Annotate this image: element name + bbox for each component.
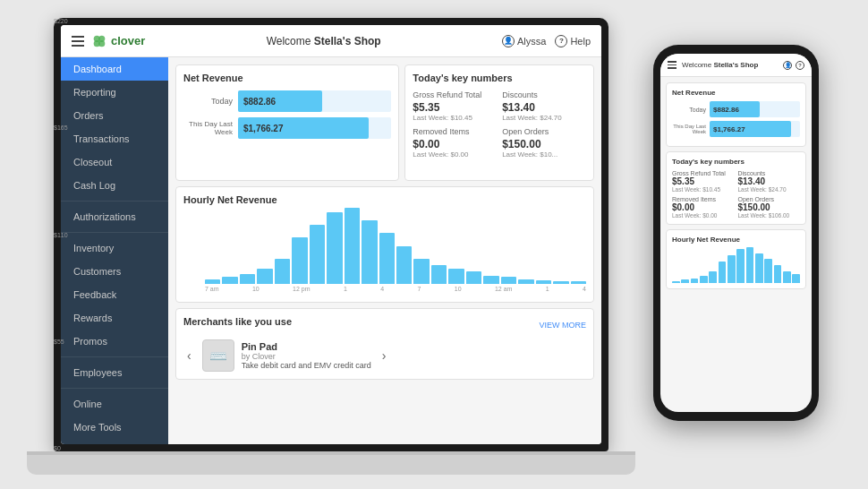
chart-x-labels: 7 am1012 pm1471012 am14 <box>205 286 586 292</box>
sidebar-item-promos[interactable]: Promos <box>61 330 168 353</box>
phone-chart-bar <box>792 274 800 283</box>
main-content: Dashboard Reporting Orders Transactions … <box>61 57 601 444</box>
phone-today-label: Today <box>672 107 706 113</box>
x-label: 1 <box>546 286 549 292</box>
sidebar-item-transactions[interactable]: Transactions <box>61 127 168 150</box>
laptop-screen-outer: clover Welcome Stella's Shop 👤 Alyssa ? … <box>54 18 608 451</box>
phone-chart-bar <box>719 262 727 283</box>
phone-lastweek-value: $1,766.27 <box>713 125 745 133</box>
phone-content: Net Revenue Today $882.86 This Day Last … <box>660 77 812 412</box>
phone-help-icon[interactable]: ? <box>796 61 804 70</box>
logo-text: clover <box>111 34 145 47</box>
phone-open-orders-label: Open Orders <box>738 196 801 202</box>
phone-outer: Welcome Stella's Shop 👤 ? Net Revenue To… <box>653 45 819 421</box>
phone-key-grid: Gross Refund Total $5.35 Last Week: $10.… <box>672 170 800 219</box>
user-label: Alyssa <box>517 36 546 47</box>
phone-chart-bar <box>755 253 763 283</box>
phone-hamburger-icon[interactable] <box>668 61 677 69</box>
chart-bar <box>466 271 481 284</box>
sidebar-item-closeout[interactable]: Closeout <box>61 150 168 174</box>
shop-name: Stella's Shop <box>314 35 381 47</box>
laptop: clover Welcome Stella's Shop 👤 Alyssa ? … <box>27 18 635 475</box>
phone: Welcome Stella's Shop 👤 ? Net Revenue To… <box>653 45 819 421</box>
lastweek-label: This Day Last Week <box>183 120 233 136</box>
phone-screen: Welcome Stella's Shop 👤 ? Net Revenue To… <box>660 54 812 412</box>
chart-bar <box>553 281 568 284</box>
help-label: Help <box>570 36 591 47</box>
phone-lastweek-bar: $1,766.27 <box>710 121 800 137</box>
phone-today-bar: $882.86 <box>710 101 800 117</box>
sidebar-item-reporting[interactable]: Reporting <box>61 81 168 104</box>
sidebar-item-moretools[interactable]: More Tools <box>61 416 168 439</box>
phone-user-icon[interactable]: 👤 <box>783 61 792 70</box>
sidebar-item-inventory[interactable]: Inventory <box>61 236 168 260</box>
x-label: 12 pm <box>293 286 310 292</box>
phone-chart-bars <box>672 247 800 283</box>
phone-gross-label: Gross Refund Total <box>672 170 735 176</box>
removed-label: Removed Items <box>413 127 497 136</box>
chart-bar <box>292 237 307 284</box>
discounts-value: $13.40 <box>502 101 586 114</box>
welcome-prefix: Welcome <box>267 35 314 47</box>
sidebar-item-orders[interactable]: Orders <box>61 104 168 127</box>
x-label: 7 am <box>205 286 219 292</box>
x-label: 10 <box>252 286 260 292</box>
key-number-open-orders: Open Orders $150.00 Last Week: $10... <box>502 127 586 159</box>
sidebar-item-cashlog[interactable]: Cash Log <box>61 174 168 197</box>
phone-chart-bar <box>783 271 791 283</box>
chart-bar <box>448 269 464 284</box>
discounts-last: Last Week: $24.70 <box>502 114 586 122</box>
scene: clover Welcome Stella's Shop 👤 Alyssa ? … <box>0 0 868 489</box>
phone-net-revenue-title: Net Revenue <box>672 89 800 97</box>
today-bar: $882.86 <box>238 90 391 112</box>
today-bar-row: Today $882.86 <box>183 90 391 112</box>
prev-merchant-button[interactable]: ‹ <box>183 348 195 363</box>
help-button[interactable]: ? Help <box>555 35 591 47</box>
user-button[interactable]: 👤 Alyssa <box>502 35 546 47</box>
phone-chart-bar <box>709 271 717 283</box>
key-numbers-grid: Gross Refund Total $5.35 Last Week: $10.… <box>413 90 586 159</box>
hamburger-icon[interactable] <box>72 36 84 47</box>
chart-bar <box>501 277 516 284</box>
sidebar: Dashboard Reporting Orders Transactions … <box>61 57 168 444</box>
phone-removed-last: Last Week: $0.00 <box>672 212 735 219</box>
chart-bar <box>275 259 290 284</box>
merchant-info: Pin Pad by Clover Take debit card and EM… <box>242 341 371 370</box>
key-number-discounts: Discounts $13.40 Last Week: $24.70 <box>502 90 586 122</box>
chart-bar <box>413 259 429 284</box>
sidebar-item-authorizations[interactable]: Authorizations <box>61 205 168 228</box>
phone-chart-bar <box>681 279 689 283</box>
net-revenue-widget: Net Revenue Today $882.86 This Day <box>175 64 399 181</box>
sidebar-item-employees[interactable]: Employees <box>61 361 168 384</box>
sidebar-item-feedback[interactable]: Feedback <box>61 283 168 306</box>
merchant-by: by Clover <box>242 352 371 361</box>
x-label: 10 <box>455 286 462 292</box>
content-area: Net Revenue Today $882.86 This Day <box>168 57 601 444</box>
phone-discounts-value: $13.40 <box>738 176 801 186</box>
chart-bar <box>518 279 533 284</box>
phone-today-value: $882.86 <box>713 106 739 114</box>
user-icon: 👤 <box>502 35 515 47</box>
sidebar-item-customers[interactable]: Customers <box>61 260 168 283</box>
phone-chart-bar <box>736 249 745 283</box>
chart-bar <box>396 246 412 285</box>
sidebar-item-rewards[interactable]: Rewards <box>61 306 168 330</box>
chart-bar <box>536 280 551 284</box>
phone-discounts-last: Last Week: $24.70 <box>738 186 801 193</box>
top-bar: clover Welcome Stella's Shop 👤 Alyssa ? … <box>61 25 601 57</box>
today-value: $882.86 <box>243 97 276 107</box>
lastweek-bar-row: This Day Last Week $1,766.27 <box>183 117 391 139</box>
phone-chart-bar <box>691 279 699 283</box>
phone-welcome: Welcome Stella's Shop <box>682 61 778 69</box>
open-orders-value: $150.00 <box>502 138 586 150</box>
next-merchant-button[interactable]: › <box>379 348 390 363</box>
x-label: 4 <box>583 286 586 292</box>
sidebar-item-online[interactable]: Online <box>61 392 168 416</box>
sidebar-item-dashboard[interactable]: Dashboard <box>61 57 168 81</box>
top-widgets-row: Net Revenue Today $882.86 This Day <box>175 64 594 181</box>
key-numbers-title: Today's key numbers <box>413 73 586 83</box>
phone-net-revenue-widget: Net Revenue Today $882.86 This Day Last … <box>666 82 806 147</box>
chart-bars <box>205 208 586 284</box>
view-more-link[interactable]: VIEW MORE <box>539 321 586 330</box>
chart-bar <box>327 212 342 284</box>
